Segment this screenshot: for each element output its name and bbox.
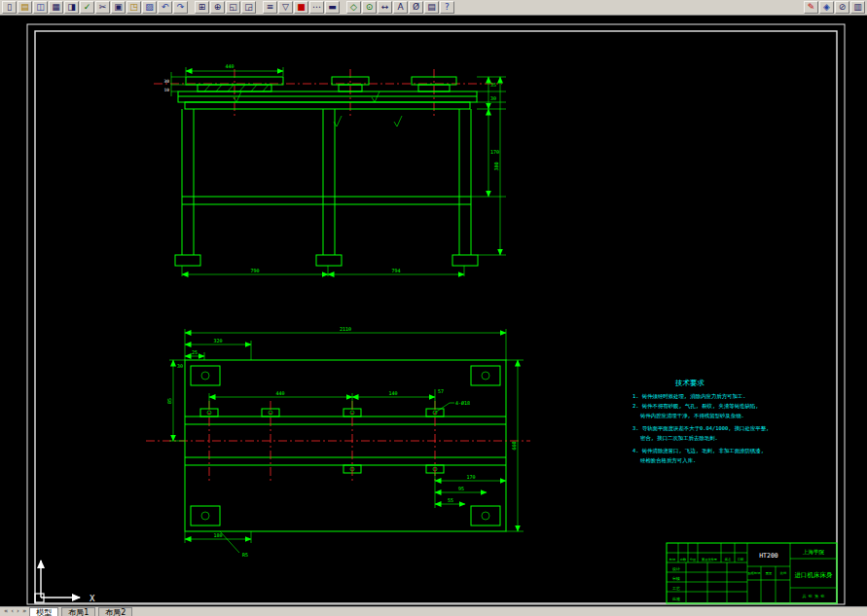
tab-nav-prev-icon[interactable]: ‹ xyxy=(11,607,14,616)
express-c-icon[interactable]: ⊘ xyxy=(835,1,849,14)
toolbar-separator xyxy=(257,1,262,14)
material-value: HT200 xyxy=(759,552,778,560)
paste-icon[interactable]: ◳ xyxy=(126,1,141,14)
layer-control-icon[interactable]: ▽ xyxy=(278,1,293,14)
copy-icon[interactable]: ▣ xyxy=(111,1,126,14)
note-line: 密合, 接口二次加工后去除毛刺. xyxy=(640,435,718,442)
note-line: 4. 铸件清除浇冒口, 飞边, 毛刺, 非加工面涂防锈漆, xyxy=(632,448,764,454)
label-zone: 分区 xyxy=(690,558,697,562)
lineweight-icon[interactable]: ▬ xyxy=(325,1,340,14)
ucs-icon: X xyxy=(35,561,95,603)
dim-label: 35 xyxy=(490,82,496,88)
dim-label: 170 xyxy=(490,149,499,155)
pan-icon[interactable]: ⊞ xyxy=(195,1,209,14)
zoom-previous-icon[interactable]: ◲ xyxy=(241,1,256,14)
insert-icon[interactable]: ◇ xyxy=(346,1,361,14)
dim-label: 180 xyxy=(213,532,222,538)
plan-outline xyxy=(185,360,506,531)
color-icon[interactable]: ■ xyxy=(294,1,308,14)
notes-title: 技术要求 xyxy=(674,379,705,387)
dim-label: 790 xyxy=(250,268,259,273)
drawing-canvas[interactable]: 440 30 10 35 30 170 380 790 794 xyxy=(0,16,867,606)
toolbar-separator xyxy=(341,1,345,14)
express-d-icon[interactable]: ▥ xyxy=(850,1,865,14)
help-icon[interactable]: ? xyxy=(440,1,454,14)
dim-label: 4-Ø18 xyxy=(455,400,470,406)
linetype-icon[interactable]: ⋯ xyxy=(309,1,324,14)
properties-icon[interactable]: ▤ xyxy=(424,1,439,14)
dim-label: 440 xyxy=(225,63,234,69)
dim-label: R5 xyxy=(242,552,248,558)
dim-label: 440 xyxy=(275,390,284,396)
new-icon[interactable]: ▯ xyxy=(2,1,17,14)
dim-label: 140 xyxy=(388,390,397,396)
label-check: 审核 xyxy=(672,576,680,581)
label-design: 设计 xyxy=(672,566,680,571)
dim-label: 85 xyxy=(166,398,172,404)
plan-view: 2110 320 25 440 140 57 4-Ø18 660 85 30 1… xyxy=(146,326,530,558)
ucs-x-label: X xyxy=(90,594,95,603)
label-stage: 阶段标记 xyxy=(748,571,762,575)
dim-label: 660 xyxy=(511,441,517,450)
layout-tab-bar: « ‹ › » 模型 布局1 布局2 xyxy=(0,606,867,616)
label-count: 处数 xyxy=(680,558,687,562)
label-sign: 签名 xyxy=(725,558,731,562)
print-icon[interactable]: ▦ xyxy=(49,1,63,14)
toolbar-separator xyxy=(189,1,194,14)
osnap-icon[interactable]: ⊙ xyxy=(362,1,377,14)
text-icon[interactable]: A xyxy=(393,1,408,14)
tab-nav-last-icon[interactable]: » xyxy=(22,607,26,616)
zoom-icon[interactable]: ⊕ xyxy=(210,1,225,14)
feet xyxy=(175,255,478,266)
dim-label: 10 xyxy=(164,88,170,92)
company-name: 上海学院 xyxy=(803,549,825,556)
label-process: 工艺 xyxy=(672,586,680,591)
layers-icon[interactable]: ≡ xyxy=(263,1,277,14)
spell-icon[interactable]: ✓ xyxy=(80,1,94,14)
label-approve: 批准 xyxy=(672,597,680,601)
top-rails xyxy=(178,91,477,109)
dimension-icon[interactable]: ↔ xyxy=(378,1,392,14)
model-tab[interactable]: 模型 xyxy=(29,607,58,616)
dim-label: 30 xyxy=(490,95,496,101)
label-weight: 重量 xyxy=(766,571,773,575)
dim-label: 30 xyxy=(164,79,170,84)
tab-nav-next-icon[interactable]: › xyxy=(17,607,19,616)
note-line: 经检验合格后方可入库. xyxy=(640,457,696,464)
dim-label: 55 xyxy=(448,497,453,503)
label-doc-no: 更改文件号 xyxy=(702,558,718,562)
open-icon[interactable]: ▤ xyxy=(18,1,32,14)
dim-label: 170 xyxy=(466,474,475,480)
dim-label: 320 xyxy=(213,338,222,344)
middle-rails xyxy=(182,197,471,204)
save-icon[interactable]: ◫ xyxy=(33,1,48,14)
redo-icon[interactable]: ↷ xyxy=(173,1,188,14)
front-elevation-view: 440 30 10 35 30 170 380 790 794 xyxy=(154,63,506,276)
main-toolbar: ▯ ▤ ◫ ▦ ◨ ✓ ✂ ▣ ◳ ▨ ↶ ↷ ⊞ ⊕ ◱ ◲ ≡ ▽ ■ ⋯ … xyxy=(0,0,867,16)
note-line: 2. 铸件不得有砂眼, 气孔, 裂纹, 夹渣等铸造缺陷, xyxy=(632,403,759,410)
preview-icon[interactable]: ◨ xyxy=(64,1,79,14)
sheet-info: 共 张 第 张 xyxy=(802,594,824,598)
technical-notes: 技术要求 1. 铸件须经时效处理, 消除内应力后方可加工. 2. 铸件不得有砂眼… xyxy=(632,379,769,464)
corner-leg-blocks xyxy=(191,366,500,525)
tab-nav-first-icon[interactable]: « xyxy=(4,607,8,616)
note-line: 3. 导轨面平面度误差不大于0.04/1000, 接口处应平整, xyxy=(632,425,769,432)
label-mark: 标记 xyxy=(668,558,676,562)
zoom-window-icon[interactable]: ◱ xyxy=(226,1,240,14)
part-name: 进口机床床身 xyxy=(795,571,834,579)
layout1-tab[interactable]: 布局1 xyxy=(61,607,95,616)
dim-label: 57 xyxy=(438,388,444,394)
dim-label: 380 xyxy=(493,162,499,170)
express-b-icon[interactable]: ◈ xyxy=(819,1,834,14)
dim-label: 30 xyxy=(177,363,183,369)
match-properties-icon[interactable]: ▨ xyxy=(142,1,157,14)
note-line: 铸件内腔应清理干净, 不得残留型砂及杂物. xyxy=(640,413,744,419)
sheet-border xyxy=(27,24,845,604)
undo-icon[interactable]: ↶ xyxy=(158,1,172,14)
title-block: 标记 处数 分区 更改文件号 签名 日期 设计 审核 工艺 批准 阶段标记 重量… xyxy=(667,543,837,603)
express-a-icon[interactable]: ✎ xyxy=(804,1,818,14)
measure-icon[interactable]: Ø xyxy=(409,1,423,14)
layout2-tab[interactable]: 布局2 xyxy=(98,607,132,616)
cut-icon[interactable]: ✂ xyxy=(95,1,110,14)
label-scale: 比例 xyxy=(780,571,786,575)
